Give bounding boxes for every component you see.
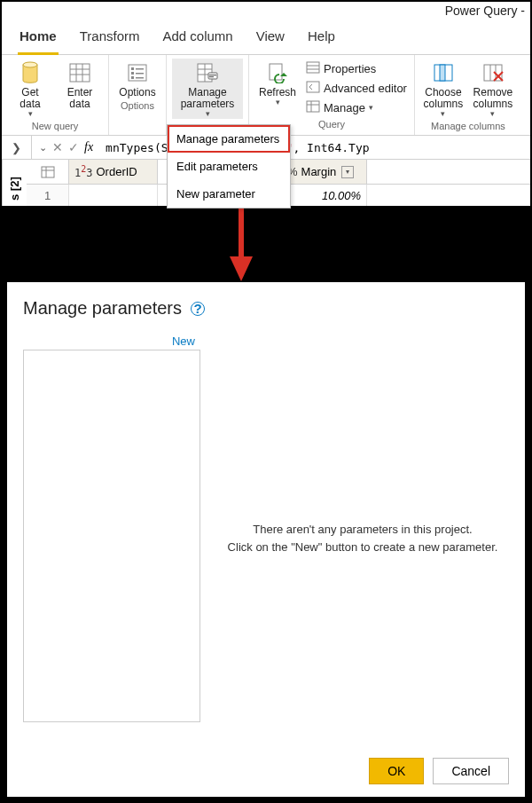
- get-data-icon: [20, 60, 41, 85]
- manage-parameters-button[interactable]: Manage parameters▾: [172, 59, 243, 119]
- ok-button[interactable]: OK: [369, 758, 424, 784]
- svg-rect-17: [208, 73, 217, 79]
- group-manage-columns: Choose columns▾ Remove columns▾ Manage c…: [415, 55, 521, 135]
- remove-columns-label: Remove columns: [473, 87, 513, 110]
- dropdown-item-manage-parameters[interactable]: Manage parameters: [168, 125, 290, 153]
- choose-columns-label: Choose columns: [424, 87, 464, 110]
- options-icon: [127, 60, 148, 85]
- ribbon-tabs: Home Transform Add column View Help: [2, 20, 530, 55]
- table-corner-icon[interactable]: [27, 160, 69, 184]
- choose-columns-button[interactable]: Choose columns▾: [420, 59, 466, 119]
- group-label-new-query: New query: [32, 119, 79, 131]
- group-label-manage-columns: Manage columns: [431, 119, 505, 131]
- svg-rect-30: [440, 65, 445, 81]
- column-filter-icon[interactable]: ▾: [341, 166, 354, 178]
- svg-rect-1: [70, 64, 90, 82]
- get-data-button[interactable]: Get data▾: [7, 59, 53, 119]
- manage-query-icon: [306, 100, 320, 115]
- choose-columns-icon: [433, 60, 454, 85]
- remove-columns-button[interactable]: Remove columns▾: [470, 59, 516, 119]
- manage-parameters-label: Manage parameters: [181, 87, 235, 110]
- title-bar: Power Query -: [2, 2, 530, 20]
- svg-marker-40: [230, 256, 253, 281]
- fx-icon[interactable]: fx: [84, 140, 93, 154]
- tab-help[interactable]: Help: [306, 21, 337, 54]
- group-query: Refresh ▾ Properties Advanced editor Man…: [248, 55, 415, 135]
- cancel-button[interactable]: Cancel: [433, 758, 509, 784]
- column-header-margin[interactable]: % Margin ▾: [282, 160, 367, 184]
- svg-rect-8: [136, 68, 144, 70]
- svg-rect-36: [42, 167, 54, 177]
- svg-rect-19: [209, 76, 214, 77]
- cell-orderid[interactable]: [69, 185, 158, 206]
- svg-rect-9: [131, 72, 134, 75]
- parameter-list[interactable]: [23, 350, 200, 722]
- svg-rect-7: [131, 67, 134, 70]
- svg-rect-25: [307, 82, 319, 92]
- svg-rect-12: [136, 77, 144, 79]
- dropdown-item-edit-parameters[interactable]: Edit parameters: [168, 153, 290, 180]
- svg-rect-26: [307, 101, 319, 112]
- refresh-button[interactable]: Refresh ▾: [254, 59, 301, 107]
- properties-icon: [306, 61, 320, 76]
- cell-margin[interactable]: 10.00%: [282, 185, 367, 206]
- formula-text[interactable]: mnTypes(Source, {{"OrderID", Int64.Typ: [100, 141, 530, 154]
- advanced-editor-icon: [306, 81, 320, 96]
- column-header-orderid[interactable]: 123 OrderID: [69, 160, 158, 184]
- tab-view[interactable]: View: [254, 21, 286, 54]
- get-data-label: Get data: [20, 87, 40, 110]
- dialog-title: Manage parameters ?: [23, 298, 509, 319]
- annotation-arrow: [228, 200, 254, 281]
- tab-home[interactable]: Home: [18, 21, 59, 55]
- properties-button[interactable]: Properties: [304, 59, 409, 78]
- row-index: 1: [27, 185, 69, 206]
- group-label-query: Query: [318, 117, 345, 130]
- manage-query-button[interactable]: Manage ▾: [304, 98, 409, 117]
- options-button[interactable]: Options: [114, 59, 160, 98]
- remove-columns-icon: [482, 60, 504, 85]
- empty-state-message: There aren't any parameters in this proj…: [216, 354, 509, 722]
- group-new-query: Get data▾ Enter data New query: [2, 55, 109, 135]
- group-label-options: Options: [121, 98, 154, 111]
- manage-parameters-dialog: Manage parameters ? New There aren't any…: [5, 280, 527, 799]
- tab-add-column[interactable]: Add column: [160, 21, 234, 54]
- queries-count-label: s [2]: [2, 160, 27, 206]
- formula-accept-icon[interactable]: ✓: [68, 140, 79, 154]
- new-parameter-link[interactable]: New: [23, 335, 200, 348]
- svg-rect-10: [136, 73, 144, 75]
- properties-label: Properties: [324, 62, 376, 75]
- ribbon: Get data▾ Enter data New query Options: [2, 55, 530, 135]
- manage-query-label: Manage: [324, 101, 365, 114]
- formula-expand-icon[interactable]: ⌄: [39, 142, 47, 154]
- refresh-icon: [267, 60, 288, 85]
- enter-data-button[interactable]: Enter data: [57, 59, 103, 110]
- int-type-icon: 123: [74, 164, 93, 179]
- svg-rect-22: [307, 62, 319, 73]
- manage-parameters-dropdown: Manage parameters Edit parameters New pa…: [167, 124, 291, 209]
- column-header-orderid-label: OrderID: [97, 165, 137, 178]
- svg-rect-18: [209, 75, 216, 75]
- tab-transform[interactable]: Transform: [78, 21, 142, 54]
- options-label: Options: [119, 87, 155, 98]
- advanced-editor-label: Advanced editor: [324, 82, 407, 95]
- group-parameters: Manage parameters▾: [167, 55, 248, 135]
- dialog-title-text: Manage parameters: [23, 298, 182, 319]
- enter-data-label: Enter data: [67, 87, 93, 110]
- help-icon[interactable]: ?: [191, 302, 205, 316]
- enter-data-icon: [69, 60, 90, 85]
- column-header-margin-label: Margin: [301, 165, 337, 178]
- formula-cancel-icon[interactable]: ✕: [52, 140, 63, 154]
- svg-point-0: [23, 62, 37, 67]
- group-options: Options Options: [109, 55, 167, 135]
- svg-rect-11: [131, 76, 134, 79]
- manage-parameters-icon: [196, 60, 219, 85]
- advanced-editor-button[interactable]: Advanced editor: [304, 78, 409, 98]
- queries-pane-toggle[interactable]: ❯: [2, 136, 32, 159]
- dropdown-item-new-parameter[interactable]: New parameter: [168, 180, 290, 208]
